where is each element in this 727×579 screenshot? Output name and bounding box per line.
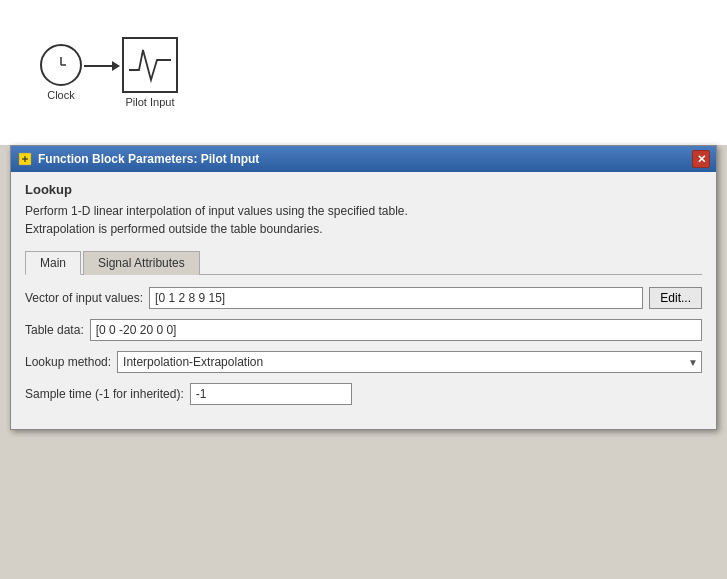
- sample-row: Sample time (-1 for inherited):: [25, 383, 702, 405]
- function-block-dialog: Function Block Parameters: Pilot Input ✕…: [10, 145, 717, 430]
- arrow-line: [84, 65, 112, 67]
- tab-main[interactable]: Main: [25, 251, 81, 275]
- sample-label: Sample time (-1 for inherited):: [25, 387, 184, 401]
- arrow-head: [112, 61, 120, 71]
- lookup-select[interactable]: Interpolation-Extrapolation Interpolatio…: [117, 351, 702, 373]
- dialog-icon: [17, 151, 33, 167]
- arrow: [84, 61, 120, 71]
- lookup-select-wrapper: Interpolation-Extrapolation Interpolatio…: [117, 351, 702, 373]
- clock-label: Clock: [47, 89, 75, 101]
- lookup-label: Lookup method:: [25, 355, 111, 369]
- edit-button[interactable]: Edit...: [649, 287, 702, 309]
- lookup-row: Lookup method: Interpolation-Extrapolati…: [25, 351, 702, 373]
- clock-symbol: [40, 44, 82, 86]
- dialog-body: Lookup Perform 1-D linear interpolation …: [11, 172, 716, 429]
- clock-face-svg: [47, 51, 75, 79]
- description-text: Perform 1-D linear interpolation of inpu…: [25, 202, 702, 238]
- sample-input[interactable]: [190, 383, 352, 405]
- close-button[interactable]: ✕: [692, 150, 710, 168]
- pilot-label: Pilot Input: [126, 96, 175, 108]
- section-header: Lookup: [25, 182, 702, 197]
- diagram-area: Clock Pilot Input: [0, 0, 727, 145]
- pilot-symbol: [122, 37, 178, 93]
- dialog-titlebar: Function Block Parameters: Pilot Input ✕: [11, 146, 716, 172]
- pilot-block: Pilot Input: [122, 37, 178, 108]
- vector-row: Vector of input values: Edit...: [25, 287, 702, 309]
- table-label: Table data:: [25, 323, 84, 337]
- table-row: Table data:: [25, 319, 702, 341]
- vector-input[interactable]: [149, 287, 643, 309]
- block-container: Clock Pilot Input: [40, 37, 178, 108]
- table-input[interactable]: [90, 319, 702, 341]
- tab-signal-attributes[interactable]: Signal Attributes: [83, 251, 200, 275]
- dialog-title-text: Function Block Parameters: Pilot Input: [38, 152, 259, 166]
- vector-label: Vector of input values:: [25, 291, 143, 305]
- pilot-waveform-svg: [125, 40, 175, 90]
- tabs-row: Main Signal Attributes: [25, 250, 702, 275]
- clock-block: Clock: [40, 44, 82, 101]
- dialog-title-left: Function Block Parameters: Pilot Input: [17, 151, 259, 167]
